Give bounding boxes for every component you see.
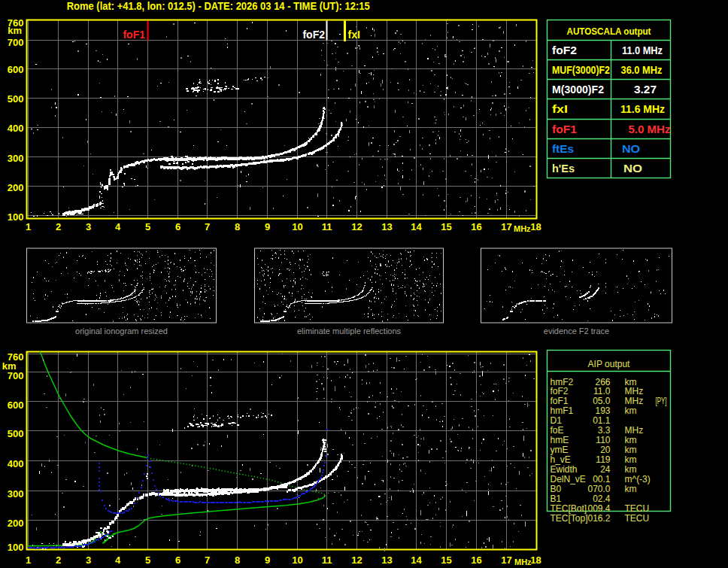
svg-text:evidence F2 trace: evidence F2 trace bbox=[544, 327, 609, 336]
svg-text:km: km bbox=[625, 377, 637, 387]
svg-text:300: 300 bbox=[8, 488, 24, 500]
svg-text:1: 1 bbox=[26, 554, 31, 566]
svg-text:00.1: 00.1 bbox=[593, 474, 611, 484]
svg-text:18: 18 bbox=[530, 221, 541, 232]
svg-text:070.0: 070.0 bbox=[587, 484, 610, 494]
svg-text:ftEs: ftEs bbox=[552, 142, 574, 155]
svg-text:eliminate multiple reflections: eliminate multiple reflections bbox=[297, 327, 402, 336]
svg-text:110: 110 bbox=[596, 435, 610, 445]
svg-text:500: 500 bbox=[8, 428, 24, 439]
svg-text:M(3000)F2: M(3000)F2 bbox=[552, 83, 604, 96]
svg-text:7: 7 bbox=[205, 221, 210, 232]
svg-text:24: 24 bbox=[600, 464, 611, 475]
svg-text:MHz: MHz bbox=[514, 557, 532, 566]
svg-text:5: 5 bbox=[145, 221, 150, 232]
svg-text:18: 18 bbox=[530, 554, 541, 566]
svg-text:TEC[Bot]: TEC[Bot] bbox=[551, 503, 587, 514]
svg-text:Rome (lat: +41.8, lon: 012.5): Rome (lat: +41.8, lon: 012.5) - DATE: 20… bbox=[67, 0, 370, 12]
svg-text:700: 700 bbox=[8, 370, 24, 381]
svg-text:400: 400 bbox=[8, 458, 24, 469]
svg-text:fxI: fxI bbox=[552, 102, 568, 115]
svg-text:10: 10 bbox=[292, 221, 302, 232]
svg-text:km: km bbox=[625, 445, 637, 455]
svg-text:NO: NO bbox=[623, 162, 642, 175]
svg-text:17: 17 bbox=[501, 221, 511, 232]
svg-text:1: 1 bbox=[26, 221, 31, 232]
svg-text:foF2: foF2 bbox=[551, 386, 569, 396]
svg-text:600: 600 bbox=[8, 399, 24, 411]
svg-text:16: 16 bbox=[471, 554, 481, 566]
svg-text:6: 6 bbox=[175, 554, 180, 566]
svg-text:TEC[Top]: TEC[Top] bbox=[551, 513, 588, 524]
svg-text:13: 13 bbox=[381, 554, 392, 566]
svg-text:fxI: fxI bbox=[348, 29, 360, 41]
svg-text:10: 10 bbox=[292, 554, 302, 566]
svg-text:13: 13 bbox=[381, 221, 392, 232]
svg-text:8: 8 bbox=[235, 221, 240, 232]
svg-text:100: 100 bbox=[8, 542, 24, 553]
svg-text:MHz: MHz bbox=[625, 425, 644, 436]
svg-text:12: 12 bbox=[351, 554, 362, 566]
svg-text:200: 200 bbox=[8, 182, 24, 193]
svg-text:9: 9 bbox=[265, 554, 270, 566]
svg-text:km: km bbox=[625, 484, 637, 494]
svg-text:8: 8 bbox=[235, 554, 240, 566]
svg-text:3: 3 bbox=[86, 221, 91, 232]
svg-text:20: 20 bbox=[600, 445, 611, 455]
svg-text:9: 9 bbox=[265, 221, 270, 232]
svg-text:200: 200 bbox=[8, 518, 24, 529]
svg-text:500: 500 bbox=[8, 93, 24, 105]
svg-text:266: 266 bbox=[595, 377, 610, 387]
svg-text:15: 15 bbox=[441, 221, 451, 232]
svg-text:119: 119 bbox=[596, 454, 610, 465]
svg-text:11.6 MHz: 11.6 MHz bbox=[620, 102, 665, 115]
svg-text:2: 2 bbox=[56, 221, 61, 232]
svg-text:h'Es: h'Es bbox=[552, 162, 575, 175]
svg-text:hmF2: hmF2 bbox=[551, 377, 574, 387]
svg-text:TECU: TECU bbox=[625, 503, 650, 514]
svg-text:11: 11 bbox=[322, 554, 332, 566]
svg-text:foF1: foF1 bbox=[552, 123, 577, 135]
svg-text:foE: foE bbox=[551, 425, 564, 436]
svg-text:300: 300 bbox=[8, 153, 24, 164]
svg-text:Ewidth: Ewidth bbox=[551, 464, 578, 475]
svg-text:4: 4 bbox=[115, 221, 121, 232]
svg-text:14: 14 bbox=[411, 221, 422, 232]
svg-text:5: 5 bbox=[145, 554, 150, 566]
svg-text:11: 11 bbox=[322, 221, 332, 232]
svg-text:5.0 MHz: 5.0 MHz bbox=[629, 123, 671, 135]
svg-text:193: 193 bbox=[595, 405, 610, 416]
svg-text:MHz: MHz bbox=[625, 396, 644, 406]
svg-text:TECU: TECU bbox=[625, 513, 650, 524]
svg-text:11.0 MHz: 11.0 MHz bbox=[622, 44, 663, 56]
svg-text:h_vE: h_vE bbox=[551, 454, 571, 465]
svg-text:15: 15 bbox=[441, 554, 451, 566]
svg-text:17: 17 bbox=[501, 554, 511, 566]
svg-text:7: 7 bbox=[205, 554, 210, 566]
svg-text:D1: D1 bbox=[551, 415, 563, 426]
svg-text:01.1: 01.1 bbox=[593, 415, 611, 426]
svg-text:02.4: 02.4 bbox=[593, 494, 611, 504]
svg-text:2: 2 bbox=[56, 554, 61, 566]
svg-text:12: 12 bbox=[351, 221, 362, 232]
svg-text:6: 6 bbox=[175, 221, 180, 232]
svg-text:016.2: 016.2 bbox=[587, 513, 610, 524]
svg-text:km: km bbox=[625, 435, 637, 445]
svg-text:MHz: MHz bbox=[625, 386, 644, 396]
svg-text:05.0: 05.0 bbox=[593, 396, 611, 406]
svg-text:16: 16 bbox=[471, 221, 481, 232]
svg-text:11.0: 11.0 bbox=[593, 386, 611, 396]
svg-text:foF1: foF1 bbox=[551, 396, 569, 406]
svg-text:km: km bbox=[625, 405, 637, 416]
svg-text:m^(-3): m^(-3) bbox=[625, 474, 651, 484]
svg-text:600: 600 bbox=[8, 64, 24, 75]
svg-text:100: 100 bbox=[8, 211, 24, 223]
svg-text:700: 700 bbox=[8, 37, 24, 48]
svg-text:3.27: 3.27 bbox=[634, 83, 657, 96]
svg-text:AUTOSCALA output: AUTOSCALA output bbox=[567, 26, 652, 37]
svg-text:AIP output: AIP output bbox=[588, 359, 630, 369]
svg-text:3.3: 3.3 bbox=[598, 425, 611, 436]
svg-text:36.0 MHz: 36.0 MHz bbox=[621, 63, 663, 76]
svg-text:foF2: foF2 bbox=[552, 44, 577, 56]
svg-text:MHz: MHz bbox=[514, 224, 531, 233]
